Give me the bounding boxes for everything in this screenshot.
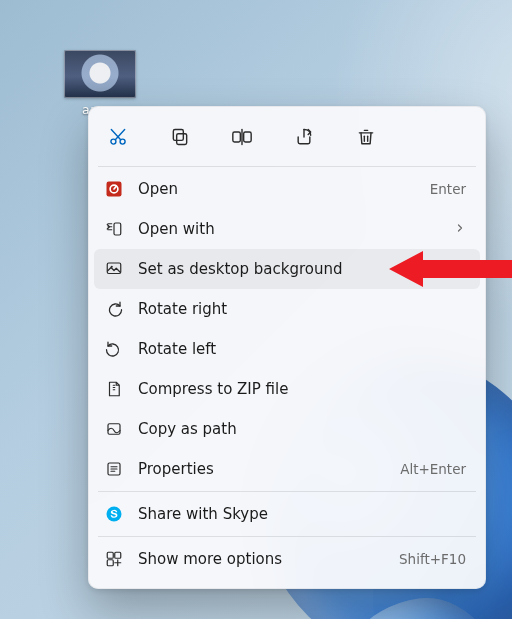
menu-label: Rotate left <box>138 340 466 358</box>
menu-separator <box>98 491 476 492</box>
open-app-icon <box>104 179 124 199</box>
skype-icon <box>104 504 124 524</box>
cut-button[interactable] <box>100 120 136 154</box>
menu-label: Open with <box>138 220 440 238</box>
svg-rect-9 <box>107 263 121 274</box>
copy-path-icon <box>104 419 124 439</box>
zip-icon <box>104 379 124 399</box>
copy-icon <box>170 127 190 147</box>
properties-icon <box>104 459 124 479</box>
delete-button[interactable] <box>348 120 384 154</box>
menu-label: Copy as path <box>138 420 466 438</box>
menu-item-open-with[interactable]: Open with <box>94 209 480 249</box>
cut-icon <box>108 127 128 147</box>
menu-accelerator: Alt+Enter <box>400 461 466 477</box>
menu-label: Show more options <box>138 550 385 568</box>
svg-rect-8 <box>114 223 121 235</box>
menu-item-copy-as-path[interactable]: Copy as path <box>94 409 480 449</box>
svg-rect-16 <box>107 560 113 566</box>
svg-rect-2 <box>177 134 187 145</box>
desktop-background: aaron <box>0 0 512 619</box>
menu-label: Compress to ZIP file <box>138 380 466 398</box>
svg-point-10 <box>111 266 113 268</box>
menu-item-set-background[interactable]: Set as desktop background <box>94 249 480 289</box>
svg-rect-14 <box>107 552 113 558</box>
share-icon <box>294 127 314 147</box>
svg-rect-4 <box>233 132 241 142</box>
chevron-right-icon <box>454 222 466 234</box>
menu-item-more-options[interactable]: Show more options Shift+F10 <box>94 539 480 579</box>
menu-label: Properties <box>138 460 386 478</box>
menu-item-rotate-right[interactable]: Rotate right <box>94 289 480 329</box>
open-with-icon <box>104 219 124 239</box>
file-thumbnail <box>64 50 136 98</box>
menu-item-properties[interactable]: Properties Alt+Enter <box>94 449 480 489</box>
rotate-right-icon <box>104 299 124 319</box>
submenu-chevron <box>454 221 466 237</box>
rename-icon <box>231 127 253 147</box>
share-button[interactable] <box>286 120 322 154</box>
menu-item-compress-zip[interactable]: Compress to ZIP file <box>94 369 480 409</box>
menu-label: Share with Skype <box>138 505 466 523</box>
menu-accelerator: Enter <box>430 181 466 197</box>
menu-item-rotate-left[interactable]: Rotate left <box>94 329 480 369</box>
copy-button[interactable] <box>162 120 198 154</box>
set-background-icon <box>104 259 124 279</box>
svg-rect-3 <box>173 130 183 141</box>
menu-separator <box>98 536 476 537</box>
rotate-left-icon <box>104 339 124 359</box>
menu-label: Set as desktop background <box>138 260 466 278</box>
svg-rect-15 <box>115 552 121 558</box>
menu-separator <box>98 166 476 167</box>
rename-button[interactable] <box>224 120 260 154</box>
menu-item-open[interactable]: Open Enter <box>94 169 480 209</box>
menu-label: Rotate right <box>138 300 466 318</box>
menu-accelerator: Shift+F10 <box>399 551 466 567</box>
menu-label: Open <box>138 180 416 198</box>
delete-icon <box>356 127 376 147</box>
svg-rect-5 <box>244 132 252 142</box>
context-menu: Open Enter Open with <box>88 106 486 589</box>
more-options-icon <box>104 549 124 569</box>
menu-item-share-skype[interactable]: Share with Skype <box>94 494 480 534</box>
context-icon-bar <box>94 114 480 164</box>
